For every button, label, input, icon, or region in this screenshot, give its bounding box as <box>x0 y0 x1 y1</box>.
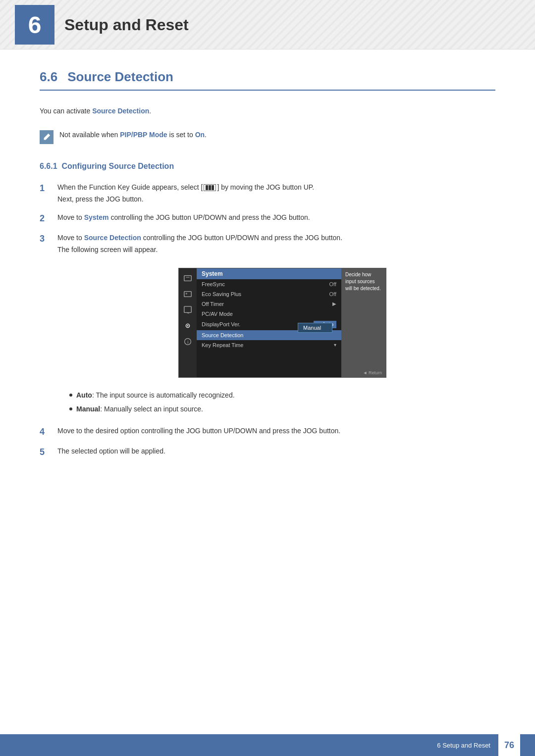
bullet-text-auto: Auto: The input source is automatically … <box>76 390 235 402</box>
step3-highlight: Source Detection <box>84 234 141 242</box>
footer-text: 6 Setup and Reset <box>437 742 490 749</box>
subsection-title: Configuring Source Detection <box>61 162 174 170</box>
step-item-4: 4 Move to the desired option controlling… <box>40 425 495 439</box>
chapter-title: Setup and Reset <box>64 15 189 34</box>
menu-title: System <box>197 268 341 279</box>
return-label: ◄ Return <box>363 370 382 375</box>
svg-rect-4 <box>184 306 191 313</box>
step-content-4: Move to the desired option controlling t… <box>57 425 495 437</box>
page-footer: 6 Setup and Reset 76 <box>0 734 535 756</box>
chapter-header: 6 Setup and Reset <box>0 0 535 50</box>
source-detection-dropdown: Manual <box>298 323 332 333</box>
svg-point-7 <box>187 325 189 327</box>
icon-display <box>181 303 195 317</box>
chapter-number: 6 <box>28 11 42 39</box>
section-number: 6.6 <box>40 69 57 85</box>
menu-panel: System FreeSync Off Eco Saving Plus Off … <box>197 268 341 377</box>
pencil-icon <box>42 133 51 142</box>
step-number-2: 2 <box>40 212 50 225</box>
tooltip-text: Decide how input sources will be detecte… <box>345 272 381 291</box>
tooltip-box: Decide how input sources will be detecte… <box>341 268 386 377</box>
svg-rect-0 <box>184 276 191 281</box>
subsection-heading: 6.6.1 Configuring Source Detection <box>40 162 495 171</box>
screenshot: i System FreeSync Off Eco Saving Plus Of… <box>178 268 386 378</box>
bullet-list: Auto: The input source is automatically … <box>69 390 495 415</box>
note-on-highlight: On <box>195 131 205 139</box>
menu-item-offtimer: Off Timer ▶ <box>197 299 341 309</box>
icon-picture <box>181 287 195 301</box>
svg-rect-2 <box>184 292 191 297</box>
section-title: Source Detection <box>67 69 173 85</box>
bullet-dot-manual <box>69 407 72 410</box>
step-item-1: 1 When the Function Key Guide appears, s… <box>40 182 495 205</box>
step-item-2: 2 Move to System controlling the JOG but… <box>40 212 495 225</box>
step-number-1: 1 <box>40 182 50 195</box>
note-icon <box>40 130 54 144</box>
step-content-2: Move to System controlling the JOG butto… <box>57 212 495 224</box>
svg-text:i: i <box>187 340 188 345</box>
icon-system <box>181 319 195 333</box>
note-pip-highlight: PIP/PBP Mode <box>120 131 167 139</box>
dropdown-manual: Manual <box>298 323 332 332</box>
step-content-5: The selected option will be applied. <box>57 446 495 457</box>
step-number-5: 5 <box>40 446 50 459</box>
jog-icon <box>204 184 216 191</box>
footer-page-number: 76 <box>498 734 520 756</box>
note-box: Not available when PIP/PBP Mode is set t… <box>40 125 495 148</box>
bullet-item-auto: Auto: The input source is automatically … <box>69 390 495 402</box>
menu-item-eco: Eco Saving Plus Off <box>197 289 341 299</box>
steps-list: 1 When the Function Key Guide appears, s… <box>40 182 495 256</box>
intro-paragraph: You can activate Source Detection. <box>40 105 495 117</box>
menu-item-keyrepeat: Key Repeat Time ▾ <box>197 340 341 350</box>
step-number-4: 4 <box>40 425 50 439</box>
step-item-5: 5 The selected option will be applied. <box>40 446 495 459</box>
step-number-3: 3 <box>40 232 50 246</box>
chapter-number-box: 6 <box>15 5 54 45</box>
step-content-1: When the Function Key Guide appears, sel… <box>57 182 495 205</box>
main-content: 6.6 Source Detection You can activate So… <box>0 50 535 505</box>
icon-info: i <box>181 335 195 349</box>
section-heading: 6.6 Source Detection <box>40 69 495 91</box>
bullet-term-manual: Manual <box>76 405 100 413</box>
icon-strip: i <box>179 268 197 377</box>
note-text: Not available when PIP/PBP Mode is set t… <box>59 129 207 140</box>
bullet-text-manual: Manual: Manually select an input source. <box>76 403 203 415</box>
icon-input <box>181 271 195 285</box>
step-content-3: Move to Source Detection controlling the… <box>57 232 495 256</box>
menu-item-freesync: FreeSync Off <box>197 279 341 289</box>
bullet-item-manual: Manual: Manually select an input source. <box>69 403 495 415</box>
bullet-dot-auto <box>69 394 72 397</box>
svg-point-3 <box>186 293 188 295</box>
step-item-3: 3 Move to Source Detection controlling t… <box>40 232 495 256</box>
screenshot-container: i System FreeSync Off Eco Saving Plus Of… <box>69 268 495 378</box>
bullet-term-auto: Auto <box>76 391 92 399</box>
subsection-number: 6.6.1 <box>40 162 57 170</box>
intro-highlight: Source Detection <box>92 107 149 115</box>
menu-item-pcav: PC/AV Mode <box>197 309 341 319</box>
step2-highlight: System <box>84 213 109 221</box>
